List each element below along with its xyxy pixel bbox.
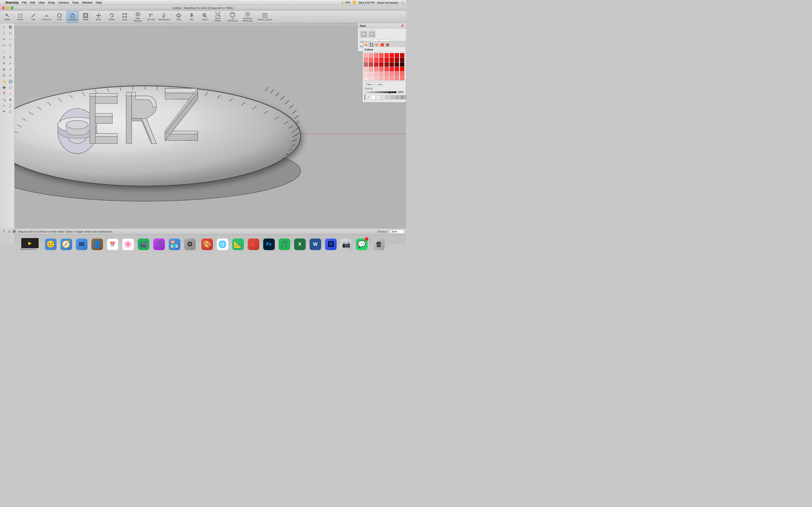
tool-push-pull[interactable]: Push/Pull <box>66 11 79 23</box>
color-swatch[interactable] <box>400 58 404 62</box>
dock-item-spotify[interactable]: 🎵 <box>277 237 292 251</box>
dock-item-safari[interactable]: 🧭 <box>59 237 73 251</box>
dock-video-icon[interactable]: ▶ <box>21 238 39 248</box>
color-swatch[interactable] <box>385 71 389 76</box>
sidebar-tool-erase[interactable]: ◻ <box>7 30 13 36</box>
color-swatch[interactable] <box>374 71 378 76</box>
color-swatch[interactable] <box>369 76 373 80</box>
white-swatch[interactable] <box>391 95 395 100</box>
dock-item-trash[interactable]: 🗑 <box>372 237 386 251</box>
face-icon-back[interactable] <box>368 31 375 38</box>
app-name[interactable]: SketchUp <box>5 1 18 4</box>
menu-draw[interactable]: Draw <box>48 1 55 4</box>
color-swatch[interactable] <box>369 58 373 62</box>
tool-move[interactable]: Move <box>92 11 105 23</box>
color-swatch[interactable] <box>400 67 404 71</box>
color-swatch[interactable] <box>379 62 384 67</box>
tool-offset[interactable]: Offset <box>79 11 92 23</box>
sidebar-tool-axes[interactable]: ⬡ <box>7 84 13 90</box>
dock-item-mail[interactable]: ✉ <box>75 237 89 251</box>
dock-item-artstudio[interactable]: 🎨 <box>200 237 214 251</box>
color-swatch[interactable] <box>364 71 368 76</box>
menu-camera[interactable]: Camera <box>58 1 69 4</box>
dock-item-itunes[interactable]: 🎵 <box>152 237 166 251</box>
color-tab-wheel[interactable]: 🎨 <box>364 42 368 47</box>
color-swatch[interactable] <box>374 76 378 80</box>
sidebar-tool-orbit[interactable]: ⊙ <box>1 54 7 60</box>
tool-scale[interactable]: Scale <box>118 11 131 23</box>
sidebar-tool-zoom-out[interactable]: ⊕ <box>7 97 13 102</box>
dock-item-appstore[interactable]: 🏪 <box>167 237 182 251</box>
sidebar-tool-wave[interactable]: 〰 <box>7 36 13 42</box>
color-swatch[interactable] <box>369 71 373 76</box>
menu-view[interactable]: View <box>39 1 45 4</box>
model-viewport[interactable]: Face 📌 Layer: Area: 1 <box>14 23 406 244</box>
color-swatch[interactable] <box>385 67 389 71</box>
eyedropper-icon[interactable]: 💉 <box>366 95 370 99</box>
entity-info-pin-icon[interactable]: 📌 <box>401 24 404 27</box>
tool-text[interactable]: T A Text Tool <box>145 11 157 23</box>
sidebar-tool-rotate[interactable]: ↺ <box>1 60 7 66</box>
distance-input[interactable] <box>390 230 404 233</box>
color-swatch[interactable] <box>364 58 368 62</box>
tool-select[interactable]: ↖ Select <box>1 11 13 23</box>
color-swatch[interactable] <box>385 62 389 67</box>
sidebar-tool-push[interactable]: ⊞ <box>1 66 7 72</box>
dock-item-keynote[interactable]: 🖼 <box>324 237 338 251</box>
menu-window[interactable]: Window <box>82 1 93 4</box>
sidebar-tool-zoom-in[interactable]: 🔍 <box>1 97 7 102</box>
tool-zoom-extents[interactable]: Zoom Extents <box>211 11 224 23</box>
sidebar-tool-pencil[interactable]: ✏ <box>1 36 7 42</box>
sidebar-tool-rect[interactable]: ▭ <box>1 42 7 48</box>
white-swatch[interactable] <box>400 95 405 100</box>
color-swatch[interactable] <box>385 76 389 80</box>
color-swatch[interactable] <box>400 53 404 57</box>
opacity-slider[interactable] <box>365 91 397 93</box>
color-swatch[interactable] <box>374 53 378 57</box>
sidebar-tool-section[interactable]: ↕ <box>7 91 13 96</box>
color-swatch[interactable] <box>390 53 394 57</box>
sidebar-tool-eye[interactable]: 👁 <box>1 109 7 114</box>
help-icon[interactable]: ? <box>2 230 6 233</box>
dock-item-photoshop[interactable]: Ps <box>262 237 276 251</box>
color-tab-image[interactable]: 🟥 <box>379 42 385 47</box>
dock-item-excel[interactable]: X <box>293 237 307 251</box>
color-swatch[interactable] <box>395 62 399 67</box>
color-swatch[interactable] <box>395 71 399 76</box>
sidebar-tool-hex[interactable]: ⬡ <box>7 42 13 48</box>
tool-orbit[interactable]: Orbit <box>172 11 185 23</box>
color-list-select[interactable]: List ▾ <box>376 82 384 86</box>
sidebar-tool-text[interactable]: 🔡 <box>7 78 13 84</box>
color-swatch[interactable] <box>400 62 404 67</box>
search-icon[interactable]: 🔍 <box>401 1 404 4</box>
tool-tape-measure[interactable]: Tape Measure <box>132 11 144 23</box>
color-tab-palettes[interactable]: 🎨 <box>374 42 379 47</box>
sidebar-tool-pin[interactable]: 📍 <box>1 91 7 96</box>
color-swatch[interactable] <box>364 76 368 80</box>
menu-tools[interactable]: Tools <box>72 1 79 4</box>
tool-circle[interactable]: Circle <box>53 11 66 23</box>
dock-item-calendar[interactable]: 📅 <box>106 237 120 251</box>
color-swatch[interactable] <box>379 53 384 57</box>
dock-item-chrome[interactable]: 🌐 <box>215 237 230 251</box>
minimize-button[interactable] <box>6 6 9 9</box>
tool-extension-warehouse[interactable]: Extension Warehouse <box>239 11 256 23</box>
dock-item-whatsapp[interactable]: 💬 4 <box>355 237 369 251</box>
tool-rotate[interactable]: Rotate <box>105 11 118 23</box>
sidebar-tool-walk[interactable]: 🚶 <box>7 103 13 108</box>
dock-item-finder[interactable]: 😊 <box>44 237 58 251</box>
menu-edit[interactable]: Edit <box>30 1 35 4</box>
color-swatch[interactable] <box>390 71 394 76</box>
color-swatch[interactable] <box>400 76 404 80</box>
color-swatch[interactable] <box>385 58 389 62</box>
sidebar-tool-move[interactable]: ✛ <box>7 54 13 60</box>
color-swatch[interactable] <box>385 53 389 57</box>
dock-item-word[interactable]: W <box>308 237 322 251</box>
color-swatch[interactable] <box>369 67 373 71</box>
color-swatch[interactable] <box>395 53 399 57</box>
white-swatch[interactable] <box>395 95 400 100</box>
dock-item-photos2[interactable]: 📷 <box>339 237 353 251</box>
sidebar-tool-line[interactable]: ╱ <box>1 30 7 36</box>
white-swatch[interactable] <box>371 95 375 100</box>
face-icon-front[interactable] <box>360 31 367 38</box>
